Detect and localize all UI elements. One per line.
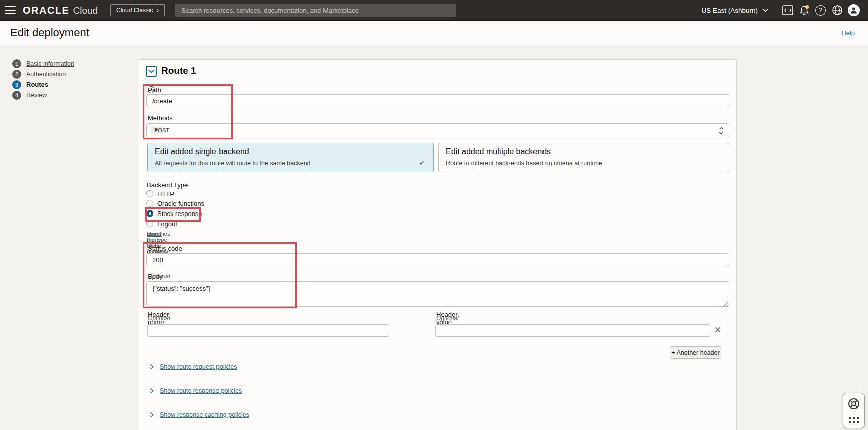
radio-circle[interactable] <box>146 210 153 217</box>
methods-label: Methods <box>148 114 173 122</box>
route-collapse-toggle[interactable] <box>146 66 157 77</box>
method-chip-post: POST ✕ <box>150 126 162 135</box>
page-header: Edit deployment Help <box>0 21 868 45</box>
policy-link-label[interactable]: Show route response policies <box>160 387 242 394</box>
step-routes-active: 3 Routes <box>12 79 74 90</box>
status-code-label: Status code <box>148 244 182 252</box>
method-chip-label: POST <box>154 127 169 133</box>
card-subtitle: All requests for this route will route t… <box>155 160 426 167</box>
help-link[interactable]: Help <box>841 29 855 37</box>
chevron-down-icon <box>762 8 768 12</box>
status-code-input[interactable] <box>146 253 729 266</box>
region-label: US East (Ashburn) <box>701 7 758 14</box>
brand-cloud: Cloud <box>73 5 98 16</box>
step-label[interactable]: Authentication <box>26 71 66 78</box>
path-label-text: Path <box>148 86 161 94</box>
chevron-down-icon <box>148 69 154 73</box>
brand-oracle: ORACLE <box>23 5 69 16</box>
card-title: Edit added single backend <box>155 147 426 156</box>
global-search <box>175 4 456 17</box>
radio-circle[interactable] <box>146 190 153 197</box>
user-avatar[interactable] <box>845 2 862 19</box>
step-label[interactable]: Basic information <box>26 60 74 67</box>
radio-label: Stock response <box>157 210 202 218</box>
body-textarea[interactable]: {"status": "success"} <box>146 281 729 307</box>
floating-help-widget[interactable] <box>843 393 865 428</box>
path-label: Path i <box>148 86 155 94</box>
topbar: ORACLE Cloud Cloud Classic › US East (As… <box>0 0 868 21</box>
policy-link-label[interactable]: Show response caching policies <box>160 411 249 418</box>
policy-link-label[interactable]: Show route request policies <box>160 363 237 370</box>
cloud-classic-button[interactable]: Cloud Classic › <box>110 4 165 16</box>
search-input[interactable] <box>175 7 456 14</box>
notification-badge <box>805 5 809 9</box>
card-title: Edit added multiple backends <box>446 147 722 156</box>
step-basic-information[interactable]: 1 Basic information <box>12 58 74 69</box>
multiple-backends-card[interactable]: Edit added multiple backends Route to di… <box>438 143 729 172</box>
card-subtitle: Route to different back-ends based on cr… <box>446 160 722 167</box>
oracle-cloud-logo[interactable]: ORACLE Cloud <box>23 5 98 16</box>
chevron-right-icon <box>150 412 154 418</box>
route-panel: Route 1 Path i Methods POST ✕ Edit added… <box>139 59 737 430</box>
step-number: 2 <box>12 70 21 79</box>
help-icon[interactable]: ? <box>812 2 829 19</box>
chevron-right-icon: › <box>156 7 159 14</box>
step-number: 4 <box>12 91 21 100</box>
backend-type-label: Backend Type <box>147 181 188 189</box>
optional-tag: Optional <box>436 315 459 322</box>
app-grid-icon <box>849 417 859 423</box>
single-backend-card[interactable]: Edit added single backend All requests f… <box>147 143 434 172</box>
topbar-right: US East (Ashburn) ? <box>701 2 862 19</box>
radio-http[interactable]: HTTP <box>146 190 174 198</box>
chevron-right-icon <box>150 364 154 370</box>
step-review[interactable]: 4 Review <box>12 90 74 100</box>
page-title: Edit deployment <box>10 26 89 39</box>
show-route-request-policies[interactable]: Show route request policies <box>150 363 237 371</box>
cloud-shell-icon[interactable] <box>779 2 796 19</box>
remove-header-icon[interactable]: ✕ <box>711 323 724 336</box>
step-label[interactable]: Review <box>26 92 47 99</box>
header-name-input[interactable] <box>147 324 389 337</box>
radio-label: Logout <box>157 220 177 228</box>
language-globe-icon[interactable] <box>829 2 845 19</box>
radio-stock-response-selected[interactable]: Stock response <box>146 209 202 218</box>
optional-tag: Optional <box>148 273 170 280</box>
radio-label: Oracle functions <box>157 200 204 207</box>
selected-check-icon: ✓ <box>419 158 425 167</box>
chevron-right-icon <box>150 388 154 394</box>
methods-select[interactable]: POST ✕ <box>146 123 729 137</box>
path-input[interactable] <box>146 94 729 108</box>
step-number: 1 <box>12 59 21 68</box>
show-route-response-policies[interactable]: Show route response policies <box>150 387 242 395</box>
cloud-classic-label: Cloud Classic <box>116 7 153 14</box>
select-spinner-icon <box>719 127 724 135</box>
step-authentication[interactable]: 2 Authentication <box>12 69 74 79</box>
region-selector[interactable]: US East (Ashburn) <box>701 7 768 14</box>
step-label: Routes <box>26 81 48 88</box>
menu-icon[interactable] <box>5 6 16 14</box>
wizard-stepper: 1 Basic information 2 Authentication 3 R… <box>12 58 74 100</box>
content-area: 1 Basic information 2 Authentication 3 R… <box>0 45 868 430</box>
notifications-icon[interactable] <box>796 2 812 19</box>
header-value-input[interactable] <box>435 324 710 337</box>
add-another-header-button[interactable]: + Another header <box>670 346 721 359</box>
question-glyph: ? <box>815 5 826 16</box>
optional-tag: Optional <box>148 315 170 322</box>
route-title: Route 1 <box>161 65 196 76</box>
radio-oracle-functions[interactable]: Oracle functions <box>146 199 204 207</box>
radio-label: HTTP <box>157 190 174 198</box>
radio-logout[interactable]: Logout <box>146 220 177 228</box>
lifebuoy-icon <box>847 397 860 410</box>
radio-circle[interactable] <box>146 200 153 207</box>
step-number: 3 <box>12 80 21 89</box>
show-response-caching-policies[interactable]: Show response caching policies <box>150 411 249 419</box>
radio-circle[interactable] <box>146 220 153 227</box>
